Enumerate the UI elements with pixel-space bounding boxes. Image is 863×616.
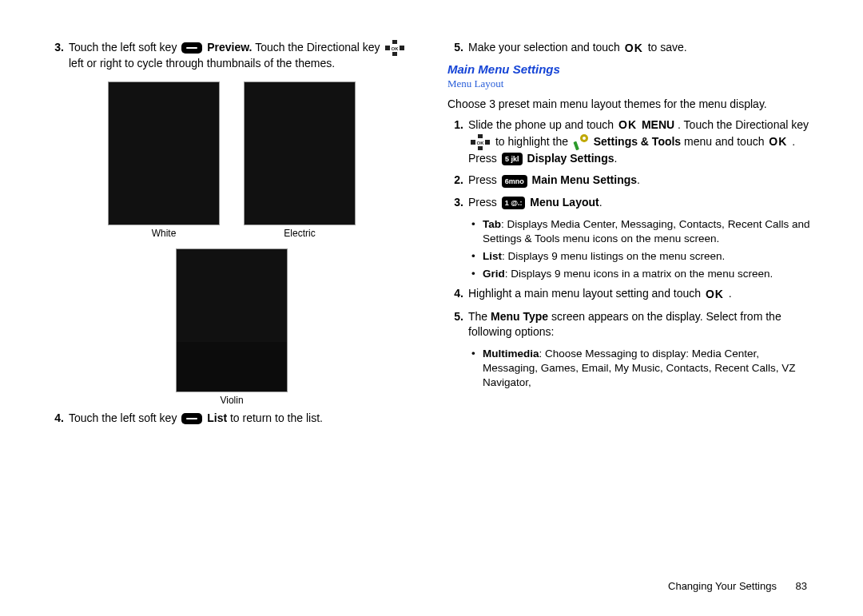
thumbnail-caption: Electric <box>244 228 356 239</box>
text: : Displays 9 menu icons in a matrix on t… <box>505 268 773 280</box>
svg-rect-2 <box>385 46 390 50</box>
svg-rect-0 <box>392 40 397 44</box>
thumbnail-image <box>176 248 288 392</box>
bullet-dot: • <box>471 267 483 281</box>
bullet-dot: • <box>471 347 483 391</box>
step-body: Touch the left soft key Preview. Touch t… <box>69 40 416 72</box>
svg-rect-12 <box>573 141 579 150</box>
bullet-list-2: • Multimedia: Choose Messaging to displa… <box>471 347 815 391</box>
bold-text: Tab <box>483 218 501 230</box>
bullet-dot: • <box>471 217 483 246</box>
step-number: 5. <box>447 309 468 340</box>
bullet-body: Grid: Displays 9 menu icons in a matrix … <box>483 267 773 281</box>
svg-rect-1 <box>392 52 397 56</box>
bullet-list-opt: • List: Displays 9 menu listings on the … <box>471 249 815 264</box>
thumbnail-caption: Violin <box>176 395 288 406</box>
dpad-icon: OK <box>470 134 491 150</box>
text: Touch the left soft key <box>69 411 180 424</box>
page-number: 83 <box>796 580 807 592</box>
text: The <box>468 310 491 323</box>
text: to return to the list. <box>230 411 323 424</box>
bullet-multimedia: • Multimedia: Choose Messaging to displa… <box>471 347 815 391</box>
bold-text: Display Settings <box>527 152 614 165</box>
thumbnail-violin: Violin <box>176 248 288 406</box>
step-number: 5. <box>447 40 468 56</box>
step-body: Highlight a main menu layout setting and… <box>468 286 815 302</box>
svg-rect-3 <box>400 46 404 50</box>
step-body: Press 6mno Main Menu Settings. <box>468 173 815 189</box>
page-footer: Changing Your Settings 83 <box>668 580 807 592</box>
intro-paragraph: Choose 3 preset main menu layout themes … <box>447 97 815 113</box>
thumbnail-image <box>108 81 220 225</box>
ok-key-icon: OK <box>625 41 643 57</box>
step-number: 1. <box>447 117 468 167</box>
thumbnail-electric: Electric <box>244 81 356 239</box>
bold-text: Menu Layout <box>530 196 599 209</box>
step-1: 1. Slide the phone up and touch OK MENU … <box>447 117 815 167</box>
text: . Touch the Directional key <box>678 118 809 131</box>
text: to save. <box>648 41 687 54</box>
svg-point-11 <box>583 137 586 140</box>
svg-rect-6 <box>478 146 483 150</box>
key-5-icon: 5 jkl <box>502 153 523 165</box>
bullet-body: Tab: Displays Media Center, Messaging, C… <box>483 217 815 246</box>
bold-text: List <box>207 411 227 424</box>
step-body: Make your selection and touch OK to save… <box>468 40 815 56</box>
thumbnail-image <box>244 81 356 225</box>
theme-thumbnails: White Electric Violin <box>48 81 416 406</box>
subsection-heading: Menu Layout <box>447 77 815 90</box>
svg-text:OK: OK <box>392 46 400 51</box>
text: Press <box>468 173 500 186</box>
settings-tools-icon <box>573 133 589 151</box>
key-1-icon: 1 @.: <box>502 197 526 209</box>
text: . <box>614 152 618 165</box>
ok-key-icon: OK <box>769 134 787 150</box>
text: Highlight a main menu layout setting and… <box>468 287 704 300</box>
step-5r: 5. The Menu Type screen appears on the d… <box>447 309 815 340</box>
step-number: 3. <box>447 195 468 211</box>
thumbnail-caption: White <box>108 228 220 239</box>
text: Touch the Directional key <box>255 41 383 54</box>
step-number: 3. <box>48 40 69 72</box>
bullet-body: Multimedia: Choose Messaging to display:… <box>483 347 815 391</box>
ok-key-icon: OK <box>618 117 637 133</box>
bullet-list: • Tab: Displays Media Center, Messaging,… <box>471 217 815 282</box>
text: Press <box>468 196 500 209</box>
bullet-dot: • <box>471 249 483 264</box>
text: left or right to cycle through thumbnail… <box>69 57 335 70</box>
bold-text: Settings & Tools <box>594 134 681 147</box>
right-column: 5. Make your selection and touch OK to s… <box>447 40 815 432</box>
svg-text:OK: OK <box>477 141 485 145</box>
bold-text: MENU <box>642 118 674 131</box>
bold-text: Grid <box>483 268 505 280</box>
step-4r: 4. Highlight a main menu layout setting … <box>447 286 815 302</box>
bold-text: Main Menu Settings <box>532 173 637 186</box>
text: Make your selection and touch <box>468 41 623 54</box>
text: Touch the left soft key <box>69 41 180 54</box>
step-body: The Menu Type screen appears on the disp… <box>468 309 815 340</box>
svg-rect-8 <box>485 140 490 145</box>
soft-key-icon <box>181 413 202 424</box>
step-body: Slide the phone up and touch OK MENU . T… <box>468 117 815 167</box>
left-column: 3. Touch the left soft key Preview. Touc… <box>48 40 416 432</box>
bullet-grid: • Grid: Displays 9 menu icons in a matri… <box>471 267 815 281</box>
text: . <box>637 173 640 186</box>
bullet-body: List: Displays 9 menu listings on the me… <box>483 249 725 264</box>
soft-key-icon <box>181 42 202 54</box>
step-number: 2. <box>447 173 468 189</box>
footer-section: Changing Your Settings <box>668 580 777 592</box>
dpad-icon: OK <box>384 40 405 56</box>
svg-rect-5 <box>478 134 483 138</box>
text: Slide the phone up and touch <box>468 118 617 131</box>
text: . <box>729 287 732 300</box>
svg-rect-7 <box>471 140 475 145</box>
step-number: 4. <box>48 411 69 427</box>
text: : Displays 9 menu listings on the menu s… <box>502 250 725 262</box>
document-page: 3. Touch the left soft key Preview. Touc… <box>48 40 815 432</box>
step-3r: 3. Press 1 @.: Menu Layout. <box>447 195 815 211</box>
step-5-top: 5. Make your selection and touch OK to s… <box>447 40 815 56</box>
text: to highlight the <box>495 134 571 147</box>
key-6-icon: 6mno <box>502 175 527 188</box>
bold-text: Multimedia <box>483 348 539 360</box>
step-4: 4. Touch the left soft key List to retur… <box>48 411 416 427</box>
